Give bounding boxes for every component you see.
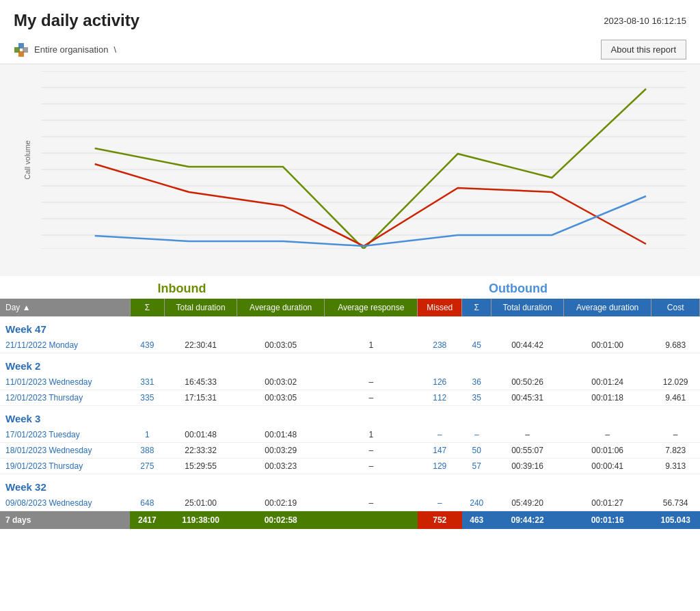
data-table: Day ▲ Σ Total duration Average duration … — [0, 299, 700, 529]
subheader: Entire organisation \ About this report — [0, 36, 700, 64]
outbound-label: Outbound — [350, 276, 686, 299]
green-line — [95, 89, 646, 249]
page-title: My daily activity — [14, 11, 139, 30]
col-avg-duration: Average duration — [237, 299, 324, 316]
col-cost: Cost — [651, 299, 700, 316]
week-header-row: Week 47 — [0, 316, 700, 338]
y-axis-label: Call volume — [23, 140, 31, 179]
total-avg-response — [325, 511, 418, 530]
table-row: 11/01/2023 Wednesday33116:45:3300:03:02–… — [0, 375, 700, 390]
chart-svg: 710 645 581 516 452 387 323 258 194 129 … — [41, 71, 686, 249]
table-row: 21/11/2022 Monday43922:30:4100:03:051238… — [0, 338, 700, 353]
page-header: My daily activity 2023-08-10 16:12:15 — [0, 0, 700, 36]
section-headers: Inbound Outbound — [14, 276, 686, 299]
col-total-duration2: Total duration — [492, 299, 564, 316]
blue-line — [95, 196, 646, 246]
week-header-row: Week 32 — [0, 474, 700, 496]
col-sigma: Σ — [130, 299, 165, 316]
inbound-label: Inbound — [14, 276, 350, 299]
org-icon — [14, 42, 29, 57]
total-cost: 105.043 — [651, 511, 700, 530]
svg-rect-3 — [18, 51, 24, 57]
col-avg-response: Average response — [325, 299, 418, 316]
col-sigma2: Σ — [462, 299, 492, 316]
org-label: Entire organisation — [34, 44, 108, 55]
timestamp: 2023-08-10 16:12:15 — [604, 16, 686, 26]
total-sigma2: 463 — [462, 511, 492, 530]
table-row: 12/01/2023 Thursday33517:15:3100:03:05–1… — [0, 390, 700, 406]
col-avg-duration2: Average duration — [563, 299, 651, 316]
total-label: 7 days — [0, 511, 130, 530]
total-missed: 752 — [418, 511, 462, 530]
col-total-duration: Total duration — [165, 299, 237, 316]
table-body: Week 4721/11/2022 Monday43922:30:4100:03… — [0, 316, 700, 511]
totals-row: 7 days 2417 119:38:00 00:02:58 752 463 0… — [0, 511, 700, 530]
chart-area: Call volume 710 645 581 516 452 387 323 — [0, 64, 700, 276]
org-section: Entire organisation \ — [14, 42, 116, 57]
table-row: 18/01/2023 Wednesday38822:33:3200:03:29–… — [0, 443, 700, 459]
table-row: 19/01/2023 Thursday27515:29:5500:03:23–1… — [0, 459, 700, 474]
total-total-duration: 119:38:00 — [165, 511, 237, 530]
total-avg-duration2: 00:01:16 — [563, 511, 651, 530]
about-button[interactable]: About this report — [601, 40, 686, 59]
table-row: 09/08/2023 Wednesday64825:01:0000:02:19–… — [0, 495, 700, 511]
table-header-row: Day ▲ Σ Total duration Average duration … — [0, 299, 700, 316]
table-footer: 7 days 2417 119:38:00 00:02:58 752 463 0… — [0, 511, 700, 530]
org-separator: \ — [113, 44, 116, 55]
week-header-row: Week 3 — [0, 406, 700, 428]
total-avg-duration: 00:02:58 — [237, 511, 324, 530]
total-sigma: 2417 — [130, 511, 165, 530]
red-line — [95, 164, 646, 246]
table-container: Day ▲ Σ Total duration Average duration … — [0, 299, 700, 529]
week-header-row: Week 2 — [0, 353, 700, 375]
table-row: 17/01/2023 Tuesday100:01:4800:01:481––––… — [0, 427, 700, 443]
col-day: Day ▲ — [0, 299, 130, 316]
col-missed: Missed — [418, 299, 462, 316]
total-total-duration2: 09:44:22 — [492, 511, 564, 530]
